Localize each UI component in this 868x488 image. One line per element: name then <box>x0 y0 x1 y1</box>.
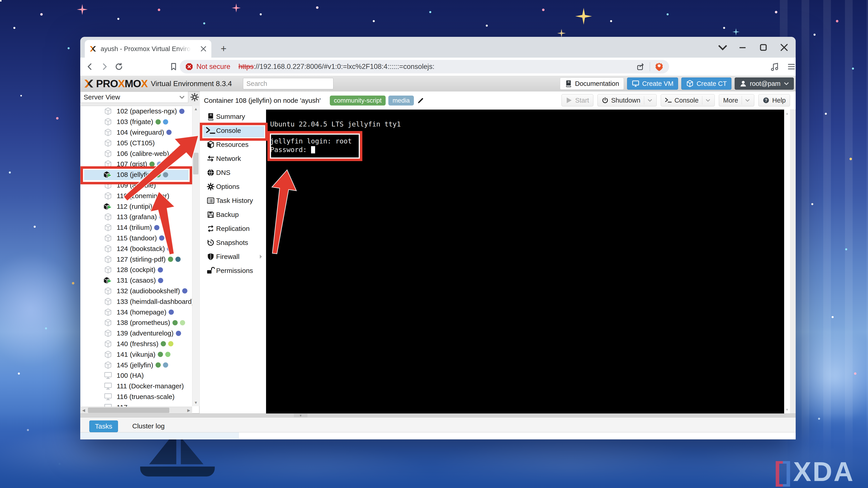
more-button[interactable]: More <box>719 94 754 106</box>
scrollbar-thumb[interactable] <box>88 408 169 413</box>
menu-item-network[interactable]: Network <box>200 152 266 166</box>
menu-item-replication[interactable]: Replication <box>200 222 266 236</box>
tree-item[interactable]: 138 (prometheus) <box>81 318 199 328</box>
tree-item[interactable]: 114 (trilium) <box>81 222 199 233</box>
tree-item[interactable]: 140 (freshrss) <box>81 339 199 349</box>
scrollbar-thumb[interactable] <box>193 153 198 174</box>
menu-item-options[interactable]: Options <box>200 180 266 194</box>
book-icon <box>565 80 572 88</box>
tree-item[interactable]: 131 (casaos) <box>81 275 199 286</box>
scroll-up-icon[interactable]: ▲ <box>192 106 199 112</box>
tree-vertical-scrollbar[interactable]: ▲ ▼ <box>192 106 199 406</box>
address-bar[interactable]: Not secure https://192.168.0.227:8006/#v… <box>180 60 669 73</box>
chevron-down-icon[interactable] <box>706 99 710 102</box>
tree-item[interactable]: 113 (grafana) <box>81 212 199 222</box>
menu-item-firewall[interactable]: Firewall <box>200 250 266 264</box>
console-terminal[interactable]: Ubuntu 22.04.5 LTS jellyfin tty1 jellyfi… <box>266 109 790 414</box>
share-icon[interactable] <box>636 62 645 71</box>
tree-item[interactable]: 134 (homepage) <box>81 307 199 318</box>
browser-menu-icon[interactable] <box>786 62 796 72</box>
tree-item[interactable]: 103 (frigate) <box>81 117 199 127</box>
exchange-icon <box>205 155 216 163</box>
tree-item[interactable]: 104 (wireguard) <box>81 127 199 138</box>
tree-item-label: 131 (casaos) <box>117 276 156 284</box>
status-dot <box>168 310 174 315</box>
tasks-tab[interactable]: Tasks <box>89 420 118 432</box>
status-dot <box>158 278 163 283</box>
bookmark-icon[interactable] <box>169 62 178 71</box>
terminal-scrollbar[interactable]: ▲ ▼ <box>784 109 790 414</box>
menu-item-permissions[interactable]: Permissions <box>200 264 266 278</box>
tree-item[interactable]: 139 (adventurelog) <box>81 328 199 339</box>
tree-item-label: 112 (runtipi) <box>117 203 152 210</box>
create-ct-button[interactable]: Create CT <box>681 77 732 90</box>
tree-item[interactable]: 100 (HA) <box>81 370 199 381</box>
forward-icon[interactable] <box>100 62 109 71</box>
tree-item[interactable]: 132 (audiobookshelf) <box>81 286 199 296</box>
minimize-icon[interactable] <box>737 42 748 53</box>
url-text[interactable]: https://192.168.0.227:8006/#v1:0:=lxc%2F… <box>239 63 434 71</box>
menu-item-backup[interactable]: Backup <box>200 207 266 222</box>
menu-item-console[interactable]: Console <box>200 124 266 138</box>
chevron-right-icon[interactable] <box>259 254 263 259</box>
console-button[interactable]: Console <box>661 94 715 106</box>
maximize-icon[interactable] <box>758 42 769 53</box>
user-icon <box>739 80 747 88</box>
tree-item[interactable]: 109 (ansible) <box>81 180 199 191</box>
not-secure-label[interactable]: Not secure <box>196 63 230 71</box>
tree-item[interactable]: 141 (vikunja) <box>81 349 199 360</box>
tab-close-icon[interactable] <box>199 45 207 53</box>
scroll-down-icon[interactable]: ▼ <box>784 407 790 413</box>
search-input[interactable] <box>243 78 333 89</box>
shutdown-button[interactable]: Shutdown <box>597 94 657 106</box>
tree-item-label: 109 (ansible) <box>117 182 156 189</box>
splitter-handle[interactable]: ▼ <box>294 414 307 417</box>
tree-item[interactable]: 124 (bookstack) <box>81 243 199 254</box>
tree-item[interactable]: 111 (Docker-manager) <box>81 381 199 392</box>
chevron-down-icon[interactable] <box>647 99 652 102</box>
tree-item[interactable]: 107 (grist) <box>81 159 199 169</box>
panel-splitter[interactable]: ▼ <box>80 414 796 418</box>
scroll-down-icon[interactable]: ▼ <box>192 399 199 406</box>
tree-item[interactable]: 110 (zoneminder) <box>81 191 199 201</box>
documentation-button[interactable]: Documentation <box>560 77 624 90</box>
media-control-icon[interactable] <box>770 62 780 72</box>
window-close-icon[interactable] <box>779 42 789 53</box>
scroll-left-icon[interactable]: ◀ <box>80 407 87 414</box>
tab-search-icon[interactable] <box>717 42 728 53</box>
cluster-log-tab[interactable]: Cluster log <box>132 420 164 432</box>
tree-item[interactable]: 116 (truenas-scale) <box>81 392 199 402</box>
help-button[interactable]: ?Help <box>758 94 790 106</box>
menu-item-snapshots[interactable]: Snapshots <box>200 236 266 250</box>
tree-item[interactable]: 128 (cockpit) <box>81 265 199 275</box>
brave-shield-icon[interactable] <box>655 62 664 71</box>
edit-tags-icon[interactable] <box>417 97 424 104</box>
menu-item-dns[interactable]: DNS <box>200 166 266 180</box>
user-menu-button[interactable]: root@pam <box>735 77 794 90</box>
chevron-down-icon[interactable] <box>745 99 750 102</box>
server-view-select[interactable]: Server View <box>80 92 188 103</box>
back-icon[interactable] <box>85 62 95 71</box>
reload-icon[interactable] <box>114 62 124 71</box>
start-button[interactable]: Start <box>561 94 593 106</box>
browser-tab[interactable]: ayush - Proxmox Virtual Enviro <box>85 40 211 58</box>
tree-item[interactable]: 115 (tandoor) <box>81 233 199 243</box>
tree-item[interactable]: 145 (jellyfin) <box>81 360 199 370</box>
tree-item[interactable]: 106 (calibre-web) <box>81 148 199 159</box>
create-vm-button[interactable]: Create VM <box>627 77 678 90</box>
new-tab-button[interactable]: + <box>218 43 229 54</box>
tree-item[interactable]: 105 (CT105) <box>81 138 199 148</box>
menu-item-resources[interactable]: Resources <box>200 138 266 152</box>
scroll-up-icon[interactable]: ▲ <box>784 110 790 116</box>
tree-item[interactable]: 133 (heimdall-dashboard) <box>81 296 199 307</box>
tree-horizontal-scrollbar[interactable]: ◀ ▶ <box>80 407 192 414</box>
menu-item-task-history[interactable]: Task History <box>200 194 266 207</box>
tree-item[interactable]: 102 (paperless-ngx) <box>81 106 199 117</box>
tree-item[interactable]: 108 (jellyfin) <box>81 169 199 180</box>
menu-item-summary[interactable]: Summary <box>200 109 266 124</box>
status-dot <box>159 215 164 220</box>
sidebar-settings-button[interactable] <box>190 92 199 103</box>
scroll-right-icon[interactable]: ▶ <box>185 407 192 414</box>
tree-item[interactable]: 112 (runtipi) <box>81 201 199 212</box>
tree-item[interactable]: 127 (stirling-pdf) <box>81 254 199 265</box>
